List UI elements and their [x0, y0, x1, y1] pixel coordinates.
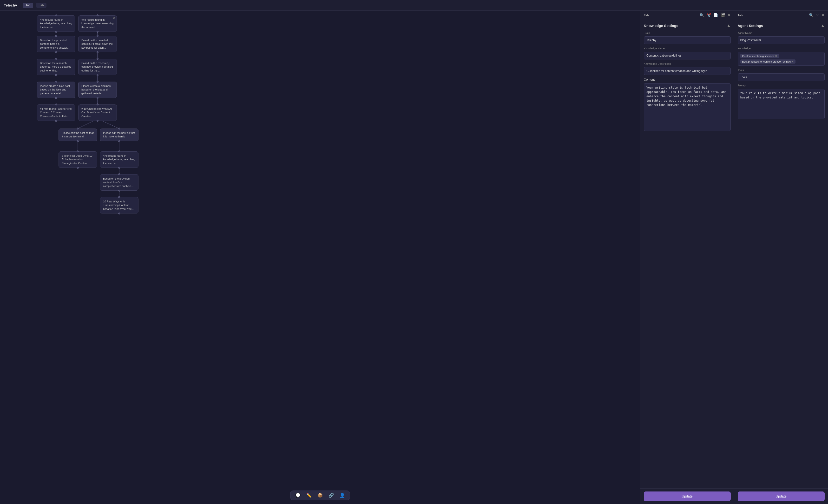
flow-node-n8[interactable]: Please create a blog post based on the i… [78, 82, 117, 98]
flow-node-n1[interactable]: <no results found in knowledge base, sea… [37, 15, 75, 32]
flow-node-n5[interactable]: Based on the research gathered, here's a… [37, 59, 75, 75]
flow-node-n13[interactable]: # Technical Deep Dive: 10 AI Implementat… [58, 151, 97, 168]
connector-dot-top-n7 [55, 81, 57, 83]
brand-label: Telechy [4, 3, 17, 7]
node-text-n10: # 10 Unexpected Ways AI Can Boost Your C… [81, 107, 112, 118]
prompt-textarea[interactable] [738, 89, 825, 119]
connector-dot-top-n14 [118, 150, 120, 152]
tag-remove-2[interactable]: × [792, 60, 794, 63]
node-text-n14: <no results found in knowledge base, sea… [103, 154, 135, 165]
search-icon[interactable]: 🔍 [700, 13, 704, 17]
connector-dot-bottom-n4 [96, 51, 98, 53]
knowledge-name-input[interactable] [644, 52, 731, 59]
video-icon[interactable]: 🎬 [720, 13, 725, 17]
agent-panel: Tab 🔍 ✕ ✕ Agent Settings ▲ Agent Name [734, 11, 828, 504]
tag-content-guidelines: Content creation guidelines × [740, 54, 779, 58]
node-text-n5: Based on the research gathered, here's a… [40, 62, 71, 72]
flow-node-n6[interactable]: Based on the research, I can now provide… [78, 59, 117, 75]
flow-node-n14[interactable]: <no results found in knowledge base, sea… [100, 151, 138, 168]
agent-cross-icon[interactable]: ✕ [816, 13, 819, 17]
edit2-icon[interactable]: ✂️ [707, 13, 711, 17]
agent-close2-icon[interactable]: ✕ [822, 13, 825, 17]
node-text-n7: Please create a blog post based on the i… [40, 85, 70, 95]
brain-field-group: Brain Telechy [644, 32, 731, 44]
flow-node-n7[interactable]: Please create a blog post based on the i… [37, 82, 75, 98]
node-text-n12: Please edit the post so that it is more … [103, 131, 135, 138]
knowledge-tags-container: Content creation guidelines × Best pract… [738, 52, 825, 66]
close-icon[interactable]: ✕ [728, 13, 731, 17]
topbar: Telechy Tab Tab [0, 0, 828, 11]
knowledge-desc-label: Knowledge Description [644, 62, 731, 65]
tag-remove-1[interactable]: × [775, 54, 777, 57]
connector-dot-bottom-n1 [55, 31, 57, 33]
connector-dot-bottom-n14 [118, 167, 120, 169]
package-icon[interactable]: 📦 [318, 493, 323, 498]
node-text-n13: # Technical Deep Dive: 10 AI Implementat… [61, 154, 92, 165]
tools-field-group: Tools Tools [738, 68, 825, 81]
node-text-n15: Based on the provided context, here's a … [103, 177, 134, 187]
brain-label: Brain [644, 32, 731, 35]
agent-update-button[interactable]: Update [738, 492, 825, 501]
user-icon[interactable]: 👤 [340, 493, 345, 498]
connector-dot-bottom-n7 [55, 97, 57, 99]
flow-node-n4[interactable]: Based on the provided context, I'll brea… [78, 36, 117, 52]
node-text-n3: Based on the provided content, here's a … [40, 39, 69, 49]
file-icon[interactable]: 📄 [714, 13, 718, 17]
node-text-n8: Please create a blog post based on the i… [81, 85, 111, 95]
right-panels: Tab 🔍 ✂️ 📄 🎬 ✕ Knowledge Settings ▲ Brai… [640, 11, 828, 504]
connector-dot-top-n8 [96, 81, 98, 83]
connector-dot-top-n3 [55, 35, 57, 37]
flow-node-n10[interactable]: # 10 Unexpected Ways AI Can Boost Your C… [78, 104, 117, 121]
knowledge-name-label: Knowledge Name [644, 47, 731, 50]
flow-node-n15[interactable]: Based on the provided context, here's a … [100, 174, 138, 191]
knowledge-tags-label: Knowledge [738, 47, 825, 50]
flow-node-n11[interactable]: Please edit the post so that it is more … [58, 129, 97, 141]
connector-dot-top-n9 [55, 103, 57, 105]
flow-node-n9[interactable]: # From Blank Page to Viral Content: A Co… [37, 104, 75, 121]
connector-dot-top-n12 [118, 128, 120, 130]
knowledge-section-header: Knowledge Settings ▲ [644, 24, 731, 28]
connector-dot-bottom-n15 [118, 190, 120, 192]
tab-right[interactable]: Tab [36, 3, 46, 8]
flow-node-n12[interactable]: Please edit the post so that it is more … [100, 129, 138, 141]
agent-section-title: Agent Settings [738, 24, 763, 28]
content-textarea[interactable] [644, 83, 731, 131]
knowledge-update-button[interactable]: Update [644, 492, 731, 501]
connector-dot-top-n5 [55, 58, 57, 60]
node-text-n11: Please edit the post so that it is more … [61, 131, 94, 138]
flow-node-n2[interactable]: <no results found in knowledge base, sea… [78, 15, 117, 32]
agent-name-input[interactable] [738, 36, 825, 44]
content-label: Content [644, 78, 731, 81]
connector-dot-bottom-n6 [96, 74, 98, 76]
agent-name-field-group: Agent Name [738, 32, 825, 44]
agent-search-icon[interactable]: 🔍 [809, 13, 814, 17]
connector-dot-bottom-n8 [96, 97, 98, 99]
brain-select[interactable]: Telechy [644, 36, 731, 44]
content-section: Content [644, 78, 731, 485]
connector-dot-bottom-n3 [55, 51, 57, 53]
connector-dot-bottom-n10 [96, 120, 98, 122]
agent-header-icons: 🔍 ✕ ✕ [809, 13, 825, 17]
connector-dot-bottom-n16 [118, 213, 120, 215]
tools-select[interactable]: Tools [738, 74, 825, 81]
connector-dot-top-n6 [96, 58, 98, 60]
connector-dot-top-n16 [118, 196, 120, 198]
flow-node-n3[interactable]: Based on the provided content, here's a … [37, 36, 75, 52]
agent-tab-label: Tab [738, 13, 807, 17]
connector-dot-bottom-n11 [77, 140, 79, 142]
link-icon[interactable]: 🔗 [329, 493, 334, 498]
flow-node-n16[interactable]: 10 Real Ways AI is Transforming Content … [100, 197, 138, 214]
agent-collapse-btn[interactable]: ▲ [821, 24, 825, 28]
knowledge-desc-input[interactable] [644, 67, 731, 75]
knowledge-collapse-btn[interactable]: ▲ [727, 24, 731, 28]
knowledge-panel-footer: Update [640, 488, 734, 504]
connector-dot-top-n15 [118, 173, 120, 175]
connector-dot-top-n2 [96, 14, 98, 16]
chat-icon[interactable]: 💬 [295, 493, 300, 498]
connector-dot-top-n10 [96, 103, 98, 105]
edit-icon[interactable]: ✏️ [306, 493, 312, 498]
tab-left[interactable]: Tab [23, 3, 33, 8]
connector-dot-top-n4 [96, 35, 98, 37]
agent-settings-section: Agent Name Knowledge Content creation gu… [738, 32, 825, 119]
node-close-btn-n2[interactable]: ✕ [113, 16, 115, 20]
